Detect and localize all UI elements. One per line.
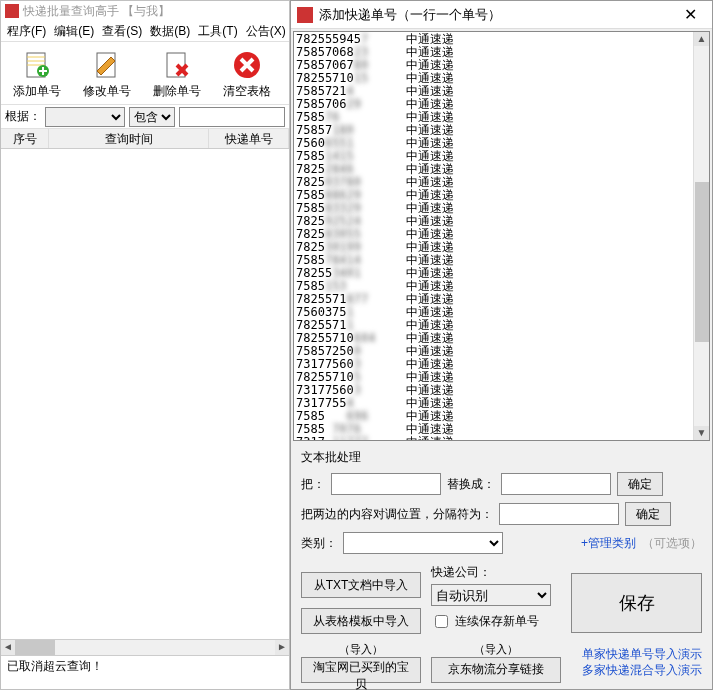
list-scroll-thumb[interactable]	[695, 182, 709, 342]
close-icon: ✕	[684, 6, 697, 23]
list-item[interactable]: 758570629中通速递	[296, 98, 691, 111]
company-label: 快递公司：	[431, 564, 561, 581]
lower-grid: 从TXT文档中导入 快递公司： 自动识别 保存 从表格模板中导入 连续保存新单号…	[291, 566, 712, 682]
status-text: 已取消超云查询！	[7, 659, 103, 673]
import-template-button[interactable]: 从表格模板中导入	[301, 608, 421, 634]
main-window: 快递批量查询高手 【与我】 程序(F) 编辑(E) 查看(S) 数据(B) 工具…	[0, 0, 290, 690]
swap-separator-input[interactable]	[499, 503, 619, 525]
menu-data[interactable]: 数据(B)	[150, 21, 190, 41]
grid-col-time[interactable]: 查询时间	[49, 129, 209, 148]
list-vertical-scrollbar[interactable]: ▲ ▼	[693, 32, 709, 440]
replace-row: 把： 替换成： 确定	[301, 472, 702, 496]
number-list-textarea[interactable]: 7825559457中通速递7585706823中通速递7585706780中通…	[294, 32, 693, 440]
delete-number-button[interactable]: 删除单号	[145, 44, 209, 104]
replace-to-input[interactable]	[501, 473, 611, 495]
delete-doc-icon	[161, 49, 193, 81]
dialog-titlebar: 添加快递单号（一行一个单号） ✕	[291, 1, 712, 29]
replace-to-label: 替换成：	[447, 476, 495, 493]
edit-doc-icon	[91, 49, 123, 81]
company-select[interactable]: 自动识别	[431, 584, 551, 606]
save-button[interactable]: 保存	[571, 573, 702, 633]
keep-new-row: 连续保存新单号	[431, 612, 561, 631]
clear-table-label: 清空表格	[223, 83, 271, 100]
menu-view[interactable]: 查看(S)	[102, 21, 142, 41]
add-doc-icon	[21, 49, 53, 81]
scroll-up-arrow-icon[interactable]: ▲	[694, 32, 709, 46]
search-root-label: 根据：	[5, 108, 41, 125]
replace-from-label: 把：	[301, 476, 325, 493]
import-jd-button[interactable]: 京东物流分享链接	[431, 657, 561, 683]
list-item[interactable]: 7825571015中通速递	[296, 72, 691, 85]
category-select[interactable]	[343, 532, 503, 554]
keep-new-checkbox[interactable]	[435, 615, 448, 628]
list-item[interactable]: 75857180中通速递	[296, 124, 691, 137]
grid-header: 序号 查询时间 快递单号	[1, 129, 289, 149]
keep-new-label: 连续保存新单号	[455, 613, 539, 630]
list-item[interactable]: 782553401中通速递	[296, 267, 691, 280]
search-row: 根据： 包含	[1, 105, 289, 129]
add-number-label: 添加单号	[13, 83, 61, 100]
import-taobao-hint: （导入）	[339, 642, 383, 657]
batch-section: 文本批处理 把： 替换成： 确定 把两边的内容对调位置，分隔符为： 确定 类别：…	[291, 443, 712, 566]
replace-from-input[interactable]	[331, 473, 441, 495]
swap-label: 把两边的内容对调位置，分隔符为：	[301, 506, 493, 523]
optional-hint: （可选项）	[642, 535, 702, 552]
menu-notice[interactable]: 公告(X)	[246, 21, 286, 41]
demo-links: 单家快递单号导入演示 多家快递混合导入演示	[571, 646, 702, 678]
batch-section-title: 文本批处理	[301, 449, 702, 466]
category-row: 类别： +管理类别 （可选项）	[301, 532, 702, 554]
swap-confirm-button[interactable]: 确定	[625, 502, 671, 526]
modify-number-button[interactable]: 修改单号	[75, 44, 139, 104]
dialog-close-button[interactable]: ✕	[674, 1, 706, 29]
import-jd-group: （导入） 京东物流分享链接	[431, 642, 561, 683]
dialog-title: 添加快递单号（一行一个单号）	[319, 1, 674, 29]
list-item[interactable]: 7825571877中通速递	[296, 293, 691, 306]
scroll-thumb[interactable]	[15, 640, 55, 655]
add-number-dialog: 添加快递单号（一行一个单号） ✕ 7825559457中通速递758570682…	[290, 0, 713, 690]
category-label: 类别：	[301, 535, 337, 552]
grid-col-seq[interactable]: 序号	[1, 129, 49, 148]
scroll-right-arrow-icon[interactable]: ►	[275, 640, 289, 655]
import-taobao-group: （导入） 淘宝网已买到的宝贝	[301, 642, 421, 683]
demo-single-link[interactable]: 单家快递单号导入演示	[571, 646, 702, 662]
menu-edit[interactable]: 编辑(E)	[54, 21, 94, 41]
clear-table-button[interactable]: 清空表格	[215, 44, 279, 104]
dialog-app-icon	[297, 7, 313, 23]
main-titlebar: 快递批量查询高手 【与我】	[1, 1, 289, 21]
company-group: 快递公司： 自动识别	[431, 564, 561, 606]
status-bar: 已取消超云查询！	[1, 655, 289, 675]
app-icon	[5, 4, 19, 18]
manage-category-link[interactable]: +管理类别	[581, 535, 636, 552]
import-taobao-button[interactable]: 淘宝网已买到的宝贝	[301, 657, 421, 683]
import-txt-button[interactable]: 从TXT文档中导入	[301, 572, 421, 598]
main-horizontal-scrollbar[interactable]: ◄ ►	[1, 639, 289, 655]
list-item[interactable]: 75603751中通速递	[296, 306, 691, 319]
scroll-left-arrow-icon[interactable]: ◄	[1, 640, 15, 655]
search-root-select[interactable]	[45, 107, 125, 127]
import-jd-hint: （导入）	[474, 642, 518, 657]
grid-body[interactable]	[1, 149, 289, 639]
list-item[interactable]: 731775603中通速递	[296, 384, 691, 397]
list-item[interactable]: 75851415中通速递	[296, 150, 691, 163]
main-title: 快递批量查询高手 【与我】	[23, 1, 170, 21]
search-value-input[interactable]	[179, 107, 285, 127]
scroll-down-arrow-icon[interactable]: ▼	[694, 426, 709, 440]
number-list-area: 7825559457中通速递7585706823中通速递7585706780中通…	[293, 31, 710, 441]
clear-icon	[231, 49, 263, 81]
menu-program[interactable]: 程序(F)	[7, 21, 46, 41]
list-item[interactable]: 75606551中通速递	[296, 137, 691, 150]
list-item[interactable]: 7317 11777中通速递	[296, 436, 691, 440]
delete-number-label: 删除单号	[153, 83, 201, 100]
replace-confirm-button[interactable]: 确定	[617, 472, 663, 496]
modify-number-label: 修改单号	[83, 83, 131, 100]
search-op-select[interactable]: 包含	[129, 107, 175, 127]
list-item[interactable]: 758576中通速递	[296, 111, 691, 124]
grid-col-num[interactable]: 快递单号	[209, 129, 289, 148]
main-toolbar: 添加单号 修改单号 删除单号 清空表格	[1, 41, 289, 105]
add-number-button[interactable]: 添加单号	[5, 44, 69, 104]
menu-tools[interactable]: 工具(T)	[198, 21, 237, 41]
demo-multi-link[interactable]: 多家快递混合导入演示	[571, 662, 702, 678]
menubar: 程序(F) 编辑(E) 查看(S) 数据(B) 工具(T) 公告(X)	[1, 21, 289, 41]
swap-row: 把两边的内容对调位置，分隔符为： 确定	[301, 502, 702, 526]
